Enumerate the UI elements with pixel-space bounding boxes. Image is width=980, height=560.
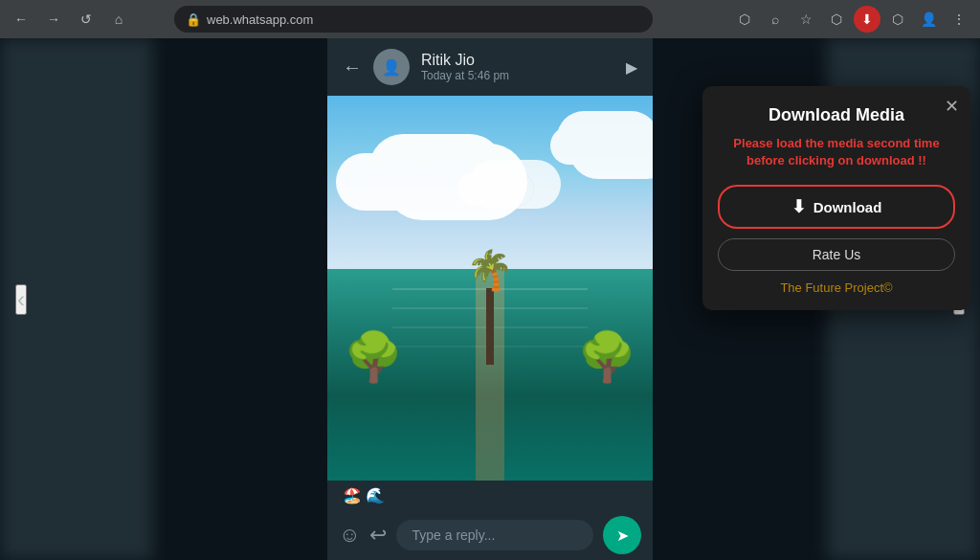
reply-input[interactable]: Type a reply... [396,520,593,550]
popup-subtitle: Please load the media second time before… [718,135,955,169]
trees-left: 🌳 [344,329,403,385]
nav-left-button[interactable]: ‹ [15,284,27,315]
extension2-button[interactable]: ⬡ [884,6,911,33]
reply-placeholder: Type a reply... [412,527,495,543]
bookmark-button[interactable]: ☆ [792,6,819,33]
cast-button[interactable]: ⬡ [731,6,758,33]
search-button[interactable]: ⌕ [762,6,789,33]
palm-trunk [486,288,494,365]
download-icon-button[interactable]: ⬇ [854,6,880,33]
contact-time: Today at 5:46 pm [421,69,614,82]
input-bar: ☺ ↩ Type a reply... ➤ [327,510,653,560]
forward-button[interactable]: → [40,6,67,33]
media-header: ← 👤 Ritik Jio Today at 5:46 pm ▶ [327,38,653,96]
bottom-emojis: 🏖️ 🌊 [343,486,385,504]
download-btn-label: Download [813,199,882,215]
address-bar[interactable]: 🔒 web.whatsapp.com [174,6,653,33]
attach-button[interactable]: ↩ [369,523,387,548]
chat-view: ‹ › ← 👤 Ritik Jio Today at 5:46 pm ▶ [0,38,980,560]
popup-title: Download Media [718,105,955,125]
future-project-link[interactable]: The Future Project© [718,280,955,295]
download-btn-icon: ⬇ [791,196,806,217]
browser-actions: ⬡ ⌕ ☆ ⬡ ⬇ ⬡ 👤 ⋮ [731,6,972,33]
emoji-button[interactable]: ☺ [339,523,360,548]
popup-close-button[interactable]: ✕ [945,96,959,117]
send-icon: ➤ [616,526,629,545]
reload-button[interactable]: ↺ [73,6,100,33]
menu-button[interactable]: ⋮ [946,6,972,33]
contact-info: Ritik Jio Today at 5:46 pm [421,52,614,82]
rate-us-button[interactable]: Rate Us [718,238,955,271]
palm-top: 🌴 [466,248,514,293]
image-area: 🌴 🌳 🌳 [327,96,653,481]
main-area: ‹ › ← 👤 Ritik Jio Today at 5:46 pm ▶ [0,38,980,560]
send-button[interactable]: ➤ [603,516,641,554]
play-icon[interactable]: ▶ [626,58,637,77]
contact-name: Ritik Jio [421,52,614,69]
download-button[interactable]: ⬇ Download [718,185,955,229]
extension1-button[interactable]: ⬡ [823,6,850,33]
avatar-button[interactable]: 👤 [915,6,942,33]
lock-icon: 🔒 [186,12,201,27]
url-text: web.whatsapp.com [207,12,313,27]
back-button[interactable]: ← [8,6,34,33]
home-button[interactable]: ⌂ [105,6,132,33]
media-container: ← 👤 Ritik Jio Today at 5:46 pm ▶ 🌴 [327,38,653,560]
cloud2 [550,126,636,165]
cloud3 [457,172,534,206]
browser-chrome: ← → ↺ ⌂ 🔒 web.whatsapp.com ⬡ ⌕ ☆ ⬡ ⬇ ⬡ 👤… [0,0,980,38]
trees-right: 🌳 [577,329,636,385]
avatar: 👤 [373,49,410,85]
download-popup: ✕ Download Media Please load the media s… [702,86,970,310]
back-chat-button[interactable]: ← [343,56,362,78]
image-bottom: 🏖️ 🌊 [327,481,653,510]
